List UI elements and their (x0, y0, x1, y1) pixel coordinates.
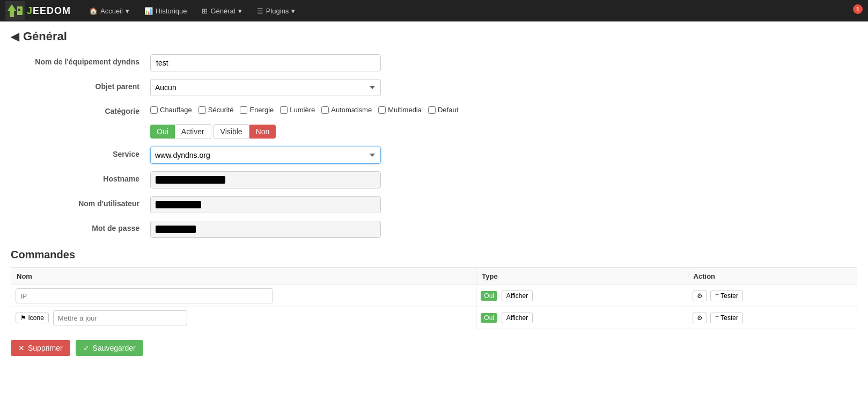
row1-tester-button[interactable]: ⍑ Tester (710, 291, 743, 301)
cat-securite-label: Sécurité (208, 106, 234, 114)
nav-general-caret: ▾ (238, 7, 242, 15)
nom-label: Nom de l'équipement dyndns (11, 54, 150, 66)
nav-accueil-label: Accueil (100, 7, 123, 15)
objet-parent-select[interactable]: Aucun (150, 79, 381, 96)
cat-energie-checkbox[interactable] (240, 106, 247, 114)
supprimer-label: Supprimer (28, 344, 63, 352)
rss-icon: ⍑ (715, 292, 719, 300)
flag-icon: ⚑ (20, 314, 26, 322)
th-type: Type (476, 268, 688, 285)
rss2-icon: ⍑ (715, 314, 719, 322)
commandes-table: Nom Type Action Oui Afficher ⚙ ⍑ (11, 267, 857, 329)
plugins-icon: ☰ (257, 7, 263, 15)
utilisateur-redacted (156, 201, 201, 208)
cat-automatisme-checkbox[interactable] (321, 106, 329, 114)
cat-multimedia: Multimedia (378, 106, 422, 114)
cat-securite: Sécurité (198, 106, 234, 114)
cat-lumiere-label: Lumière (290, 106, 315, 114)
utilisateur-label: Nom d'utilisateur (11, 196, 150, 208)
row2-type-cell: Oui Afficher (476, 307, 688, 329)
form-objet-group: Objet parent Aucun (11, 79, 857, 96)
btn-non[interactable]: Non (249, 125, 276, 139)
row1-afficher-button[interactable]: Afficher (502, 291, 533, 301)
row1-action-cell: ⚙ ⍑ Tester (688, 285, 857, 307)
nav-general-label: Général (210, 7, 235, 15)
grid-icon: ⊞ (202, 7, 208, 15)
section-general-header: ◀ Général (11, 30, 857, 43)
form-utilisateur-group: Nom d'utilisateur (11, 196, 857, 213)
svg-rect-3 (18, 9, 20, 11)
nav-plugins[interactable]: ☰ Plugins ▾ (249, 0, 303, 21)
cat-multimedia-label: Multimedia (388, 106, 422, 114)
hostname-redacted (156, 176, 225, 184)
commandes-section-title: Commandes (11, 249, 857, 261)
row2-icone-button[interactable]: ⚑ Icone (16, 313, 49, 323)
cat-energie-label: Energie (249, 106, 274, 114)
cat-lumiere-checkbox[interactable] (280, 106, 288, 114)
sauvegarder-label: Sauvegarder (93, 344, 136, 352)
brand-logo[interactable]: JEEDOM (5, 1, 71, 20)
cat-multimedia-checkbox[interactable] (378, 106, 386, 114)
nav-accueil[interactable]: 🏠 Accueil ▾ (82, 0, 137, 21)
notification-badge[interactable]: 1 (853, 4, 863, 14)
table-row: ⚑ Icone Oui Afficher ⚙ ⍑ Tester (11, 307, 857, 329)
cat-defaut-checkbox[interactable] (428, 106, 436, 114)
delete-icon: ✕ (18, 344, 25, 352)
home-icon: 🏠 (89, 7, 98, 15)
row1-gear-button[interactable]: ⚙ (693, 291, 707, 301)
row2-icone-label: Icone (28, 314, 44, 322)
password-wrapper (150, 221, 381, 238)
row1-nom-input[interactable] (16, 288, 273, 303)
service-select[interactable]: www.dyndns.org (150, 147, 381, 164)
hostname-wrapper (150, 171, 381, 188)
activer-toggle-group: Oui Activer Visible Non (150, 123, 276, 139)
nav-general[interactable]: ⊞ Général ▾ (194, 0, 249, 21)
th-nom: Nom (11, 268, 476, 285)
form-password-group: Mot de passe (11, 221, 857, 238)
cat-securite-checkbox[interactable] (198, 106, 206, 114)
row2-gear-button[interactable]: ⚙ (693, 313, 707, 323)
supprimer-button[interactable]: ✕ Supprimer (11, 340, 70, 356)
row2-type-badge: Oui (481, 313, 497, 323)
cat-defaut: Defaut (428, 106, 458, 114)
nom-input[interactable] (150, 54, 381, 71)
cat-chauffage-label: Chauffage (160, 106, 192, 114)
cat-chauffage-checkbox[interactable] (150, 106, 158, 114)
cat-energie: Energie (240, 106, 274, 114)
row2-afficher-button[interactable]: Afficher (502, 313, 533, 323)
chart-icon: 📊 (144, 7, 153, 15)
form-activer-group: Oui Activer Visible Non (11, 123, 857, 139)
row2-tester-button[interactable]: ⍑ Tester (710, 313, 743, 323)
row1-nom-cell (11, 285, 476, 307)
hostname-label: Hostname (11, 171, 150, 183)
row2-tester-label: Tester (720, 314, 738, 322)
row2-nom-cell: ⚑ Icone (11, 307, 476, 329)
password-label: Mot de passe (11, 221, 150, 233)
categorie-checkboxes: Chauffage Sécurité Energie Lumière Autom… (150, 104, 458, 114)
nav-menu: 🏠 Accueil ▾ 📊 Historique ⊞ Général ▾ ☰ P… (82, 0, 863, 21)
back-icon[interactable]: ◀ (11, 30, 19, 43)
btn-activer[interactable]: Activer (175, 124, 211, 139)
nav-historique[interactable]: 📊 Historique (137, 0, 195, 21)
page-title: Général (23, 30, 67, 43)
btn-visible[interactable]: Visible (214, 124, 249, 139)
password-redacted (156, 226, 196, 233)
nav-plugins-caret: ▾ (291, 7, 295, 15)
row1-type-badge: Oui (481, 291, 497, 301)
save-icon: ✓ (83, 344, 90, 352)
nav-historique-label: Historique (156, 7, 187, 15)
row2-nom-input[interactable] (53, 310, 187, 325)
page-content: ◀ Général Nom de l'équipement dyndns Obj… (0, 21, 868, 399)
navbar: JEEDOM 🏠 Accueil ▾ 📊 Historique ⊞ Généra… (0, 0, 868, 21)
form-nom-group: Nom de l'équipement dyndns (11, 54, 857, 71)
cat-defaut-label: Defaut (438, 106, 458, 114)
th-action: Action (688, 268, 857, 285)
objet-label: Objet parent (11, 79, 150, 91)
cat-chauffage: Chauffage (150, 106, 192, 114)
table-row: Oui Afficher ⚙ ⍑ Tester (11, 285, 857, 307)
brand-name: JEEDOM (27, 5, 71, 17)
row2-action-cell: ⚙ ⍑ Tester (688, 307, 857, 329)
btn-oui[interactable]: Oui (150, 125, 175, 139)
cat-automatisme: Automatisme (321, 106, 372, 114)
sauvegarder-button[interactable]: ✓ Sauvegarder (76, 340, 143, 356)
